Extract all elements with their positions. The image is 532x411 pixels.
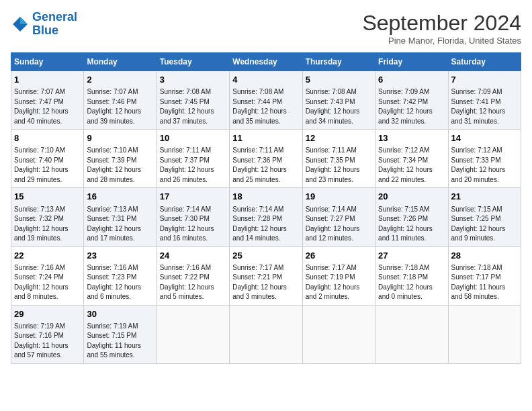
title-block: September 2024 Pine Manor, Florida, Unit… xyxy=(362,11,521,46)
calendar-cell: 29Sunrise: 7:19 AM Sunset: 7:16 PM Dayli… xyxy=(11,305,84,363)
day-info: Sunrise: 7:08 AM Sunset: 7:43 PM Dayligh… xyxy=(306,87,372,126)
day-number: 24 xyxy=(160,250,226,262)
day-info: Sunrise: 7:12 AM Sunset: 7:34 PM Dayligh… xyxy=(378,146,445,185)
day-info: Sunrise: 7:07 AM Sunset: 7:46 PM Dayligh… xyxy=(87,87,153,126)
day-info: Sunrise: 7:13 AM Sunset: 7:32 PM Dayligh… xyxy=(14,205,81,244)
day-number: 21 xyxy=(451,191,518,203)
day-header-thursday: Thursday xyxy=(302,53,375,71)
day-number: 6 xyxy=(378,74,445,86)
day-info: Sunrise: 7:14 AM Sunset: 7:28 PM Dayligh… xyxy=(232,205,299,244)
day-number: 26 xyxy=(306,250,372,262)
calendar-cell: 17Sunrise: 7:14 AM Sunset: 7:30 PM Dayli… xyxy=(157,188,229,246)
calendar-week-row: 29Sunrise: 7:19 AM Sunset: 7:16 PM Dayli… xyxy=(11,305,521,363)
calendar-cell: 11Sunrise: 7:11 AM Sunset: 7:36 PM Dayli… xyxy=(230,130,302,188)
day-info: Sunrise: 7:07 AM Sunset: 7:47 PM Dayligh… xyxy=(14,87,81,126)
calendar-cell: 13Sunrise: 7:12 AM Sunset: 7:34 PM Dayli… xyxy=(375,130,448,188)
day-info: Sunrise: 7:17 AM Sunset: 7:19 PM Dayligh… xyxy=(306,263,372,302)
day-number: 29 xyxy=(14,308,81,320)
day-info: Sunrise: 7:13 AM Sunset: 7:31 PM Dayligh… xyxy=(87,205,153,244)
day-number: 8 xyxy=(14,132,81,144)
calendar-cell: 5Sunrise: 7:08 AM Sunset: 7:43 PM Daylig… xyxy=(302,71,375,130)
calendar-week-row: 8Sunrise: 7:10 AM Sunset: 7:40 PM Daylig… xyxy=(11,130,521,188)
day-info: Sunrise: 7:18 AM Sunset: 7:17 PM Dayligh… xyxy=(451,263,518,302)
calendar-cell xyxy=(375,305,448,363)
calendar-cell: 18Sunrise: 7:14 AM Sunset: 7:28 PM Dayli… xyxy=(230,188,302,246)
logo-text: General Blue xyxy=(32,11,77,38)
day-info: Sunrise: 7:09 AM Sunset: 7:41 PM Dayligh… xyxy=(451,87,518,126)
day-info: Sunrise: 7:08 AM Sunset: 7:44 PM Dayligh… xyxy=(232,87,299,126)
day-number: 25 xyxy=(232,250,299,262)
day-number: 11 xyxy=(232,132,299,144)
calendar-cell: 3Sunrise: 7:08 AM Sunset: 7:45 PM Daylig… xyxy=(157,71,229,130)
day-number: 10 xyxy=(160,132,226,144)
day-number: 7 xyxy=(451,74,518,86)
day-number: 14 xyxy=(451,132,518,144)
day-info: Sunrise: 7:14 AM Sunset: 7:30 PM Dayligh… xyxy=(160,205,226,244)
logo: General Blue xyxy=(11,11,77,38)
calendar-cell xyxy=(448,305,521,363)
logo-icon xyxy=(11,15,30,34)
calendar-cell: 10Sunrise: 7:11 AM Sunset: 7:37 PM Dayli… xyxy=(157,130,229,188)
calendar-cell: 26Sunrise: 7:17 AM Sunset: 7:19 PM Dayli… xyxy=(302,246,375,305)
calendar-week-row: 15Sunrise: 7:13 AM Sunset: 7:32 PM Dayli… xyxy=(11,188,521,246)
calendar-cell: 15Sunrise: 7:13 AM Sunset: 7:32 PM Dayli… xyxy=(11,188,84,246)
calendar-cell: 24Sunrise: 7:16 AM Sunset: 7:22 PM Dayli… xyxy=(157,246,229,305)
calendar-cell xyxy=(157,305,229,363)
day-info: Sunrise: 7:16 AM Sunset: 7:23 PM Dayligh… xyxy=(87,263,153,302)
calendar-cell: 27Sunrise: 7:18 AM Sunset: 7:18 PM Dayli… xyxy=(375,246,448,305)
calendar-cell: 2Sunrise: 7:07 AM Sunset: 7:46 PM Daylig… xyxy=(84,71,157,130)
day-info: Sunrise: 7:09 AM Sunset: 7:42 PM Dayligh… xyxy=(378,87,445,126)
day-number: 1 xyxy=(14,74,81,86)
calendar-cell: 21Sunrise: 7:15 AM Sunset: 7:25 PM Dayli… xyxy=(448,188,521,246)
day-info: Sunrise: 7:11 AM Sunset: 7:36 PM Dayligh… xyxy=(232,146,299,185)
calendar-table: SundayMondayTuesdayWednesdayThursdayFrid… xyxy=(11,52,521,364)
calendar-cell: 20Sunrise: 7:15 AM Sunset: 7:26 PM Dayli… xyxy=(375,188,448,246)
day-number: 15 xyxy=(14,191,81,203)
svg-marker-1 xyxy=(20,17,28,24)
day-number: 16 xyxy=(87,191,153,203)
location-subtitle: Pine Manor, Florida, United States xyxy=(362,36,521,46)
calendar-cell: 8Sunrise: 7:10 AM Sunset: 7:40 PM Daylig… xyxy=(11,130,84,188)
calendar-cell: 12Sunrise: 7:11 AM Sunset: 7:35 PM Dayli… xyxy=(302,130,375,188)
calendar-cell: 14Sunrise: 7:12 AM Sunset: 7:33 PM Dayli… xyxy=(448,130,521,188)
calendar-cell: 9Sunrise: 7:10 AM Sunset: 7:39 PM Daylig… xyxy=(84,130,157,188)
day-header-sunday: Sunday xyxy=(11,53,84,71)
day-header-monday: Monday xyxy=(84,53,157,71)
calendar-cell: 22Sunrise: 7:16 AM Sunset: 7:24 PM Dayli… xyxy=(11,246,84,305)
calendar-cell xyxy=(302,305,375,363)
day-number: 2 xyxy=(87,74,153,86)
calendar-cell: 7Sunrise: 7:09 AM Sunset: 7:41 PM Daylig… xyxy=(448,71,521,130)
day-info: Sunrise: 7:19 AM Sunset: 7:15 PM Dayligh… xyxy=(87,322,153,361)
day-number: 23 xyxy=(87,250,153,262)
day-number: 4 xyxy=(232,74,299,86)
day-number: 13 xyxy=(378,132,445,144)
day-info: Sunrise: 7:15 AM Sunset: 7:25 PM Dayligh… xyxy=(451,205,518,244)
calendar-week-row: 22Sunrise: 7:16 AM Sunset: 7:24 PM Dayli… xyxy=(11,246,521,305)
day-info: Sunrise: 7:19 AM Sunset: 7:16 PM Dayligh… xyxy=(14,322,81,361)
day-number: 3 xyxy=(160,74,226,86)
day-number: 20 xyxy=(378,191,445,203)
day-info: Sunrise: 7:14 AM Sunset: 7:27 PM Dayligh… xyxy=(306,205,372,244)
calendar-cell: 16Sunrise: 7:13 AM Sunset: 7:31 PM Dayli… xyxy=(84,188,157,246)
calendar-week-row: 1Sunrise: 7:07 AM Sunset: 7:47 PM Daylig… xyxy=(11,71,521,130)
calendar-cell: 25Sunrise: 7:17 AM Sunset: 7:21 PM Dayli… xyxy=(230,246,302,305)
calendar-cell: 23Sunrise: 7:16 AM Sunset: 7:23 PM Dayli… xyxy=(84,246,157,305)
day-info: Sunrise: 7:16 AM Sunset: 7:24 PM Dayligh… xyxy=(14,263,81,302)
calendar-cell: 30Sunrise: 7:19 AM Sunset: 7:15 PM Dayli… xyxy=(84,305,157,363)
day-info: Sunrise: 7:12 AM Sunset: 7:33 PM Dayligh… xyxy=(451,146,518,185)
day-header-tuesday: Tuesday xyxy=(157,53,229,71)
day-number: 12 xyxy=(306,132,372,144)
month-title: September 2024 xyxy=(362,11,521,36)
calendar-cell: 28Sunrise: 7:18 AM Sunset: 7:17 PM Dayli… xyxy=(448,246,521,305)
day-info: Sunrise: 7:10 AM Sunset: 7:40 PM Dayligh… xyxy=(14,146,81,185)
day-info: Sunrise: 7:08 AM Sunset: 7:45 PM Dayligh… xyxy=(160,87,226,126)
day-number: 18 xyxy=(232,191,299,203)
calendar-header-row: SundayMondayTuesdayWednesdayThursdayFrid… xyxy=(11,53,521,71)
calendar-cell: 19Sunrise: 7:14 AM Sunset: 7:27 PM Dayli… xyxy=(302,188,375,246)
calendar-cell: 4Sunrise: 7:08 AM Sunset: 7:44 PM Daylig… xyxy=(230,71,302,130)
day-number: 17 xyxy=(160,191,226,203)
day-number: 28 xyxy=(451,250,518,262)
day-info: Sunrise: 7:10 AM Sunset: 7:39 PM Dayligh… xyxy=(87,146,153,185)
day-info: Sunrise: 7:11 AM Sunset: 7:35 PM Dayligh… xyxy=(306,146,372,185)
day-number: 22 xyxy=(14,250,81,262)
